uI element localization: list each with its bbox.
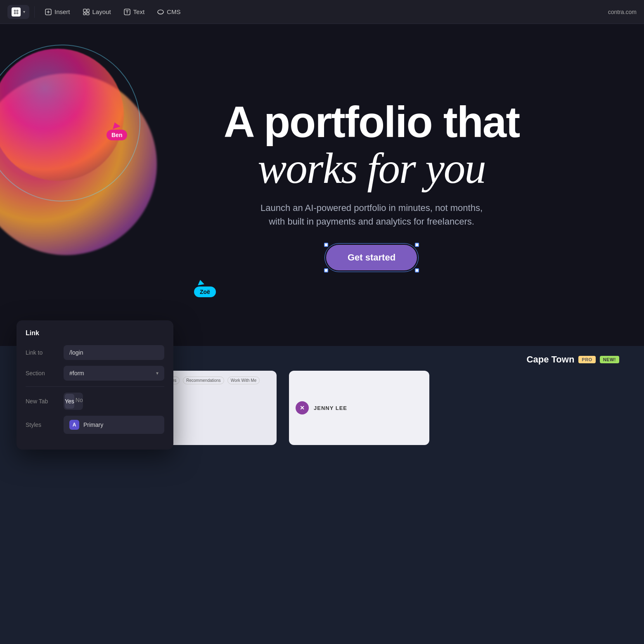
get-started-button[interactable]: Get started [326,245,417,270]
section-row: Section #form ▾ [26,366,164,381]
selection-handle-br[interactable] [415,268,419,272]
canvas: Ben Zoë A portfolio that works for you L… [0,24,644,644]
insert-label: Insert [54,8,70,15]
logo-button[interactable]: ▾ [7,5,29,19]
cursor-arrow-ben-icon [111,121,121,129]
link-panel-title: Link [26,329,164,337]
pro-badge: PRO [578,356,595,363]
layout-icon [83,8,90,16]
new-tab-label: New Tab [26,398,59,405]
toolbar: ▾ Insert Layout Text CMS contra.com [0,0,644,24]
hero-headline-line1: A portfolio that [224,98,519,146]
styles-label: Styles [26,421,59,428]
hero-headline-line2: works for you [258,144,485,192]
hero-sub-line2: with built in payments and analytics for… [269,216,474,227]
card2-name: JENNY LEE [314,405,347,411]
selection-handle-bl[interactable] [324,268,328,272]
cursor-ben-label: Ben [107,130,127,140]
styles-value: Primary [83,421,103,428]
new-tab-row: New Tab Yes No [26,393,164,410]
orb-ring [0,24,163,224]
hero-headline: A portfolio that works for you [224,99,519,191]
no-button[interactable]: No [76,393,83,410]
text-button[interactable]: Text [118,5,150,19]
cms-icon [157,8,164,16]
layout-button[interactable]: Layout [78,5,116,19]
layout-label: Layout [92,8,111,15]
svg-rect-3 [83,13,85,15]
hero-text-block: A portfolio that works for you Launch an… [224,99,519,270]
cape-town-city: Cape Town [527,354,575,365]
cursor-ben: Ben [107,122,127,140]
logo-icon [12,7,21,17]
orb-small [0,49,124,181]
card1-nav-workwithme[interactable]: Work With Me [227,376,260,384]
section-select-value: #form [69,370,84,376]
toolbar-separator [34,6,35,18]
orb-large [0,73,157,255]
yes-button[interactable]: Yes [65,394,74,409]
link-to-row: Link to [26,345,164,360]
svg-rect-4 [86,13,89,15]
panel-divider [26,386,164,387]
section-chevron-icon: ▾ [156,370,159,376]
selection-handle-tl[interactable] [324,243,328,247]
link-panel: Link Link to Section #form ▾ New Tab Yes… [17,320,173,450]
section-label: Section [26,370,59,376]
hero-sub-line1: Launch an AI-powered portfolio in minute… [260,203,483,213]
link-to-input[interactable] [64,345,164,360]
section-select[interactable]: #form ▾ [64,366,164,381]
orb-decoration [0,40,190,288]
link-to-label: Link to [26,349,59,356]
cms-button[interactable]: CMS [152,5,185,19]
hero-section: Ben Zoë A portfolio that works for you L… [0,24,644,346]
cape-town-header: Cape Town PRO NEW! [527,354,619,365]
svg-rect-1 [83,9,86,12]
cursor-arrow-zoe-icon [197,279,204,286]
text-label: Text [133,8,145,15]
selection-handle-tr[interactable] [415,243,419,247]
text-icon [123,8,131,16]
domain-label: contra.com [608,9,637,15]
cursor-zoe: Zoë [194,280,216,297]
cursor-zoe-label: Zoë [194,286,216,297]
logo-chevron-icon: ▾ [23,9,25,14]
insert-icon [45,8,52,16]
styles-icon: A [69,420,79,430]
cms-label: CMS [167,8,180,15]
card1-nav-recommendations[interactable]: Recommendations [183,376,224,384]
styles-row: Styles A Primary [26,416,164,434]
portfolio-card-2: ✕ JENNY LEE [289,371,429,445]
new-tab-toggle: Yes No [64,393,83,410]
styles-button[interactable]: A Primary [64,416,164,434]
card2-avatar: ✕ [296,401,309,414]
new-badge: NEW! [600,356,619,363]
svg-rect-2 [87,9,89,12]
cta-button-wrap: Get started [326,245,417,270]
hero-subtext: Launch an AI-powered portfolio in minute… [224,201,519,228]
insert-button[interactable]: Insert [40,5,75,19]
